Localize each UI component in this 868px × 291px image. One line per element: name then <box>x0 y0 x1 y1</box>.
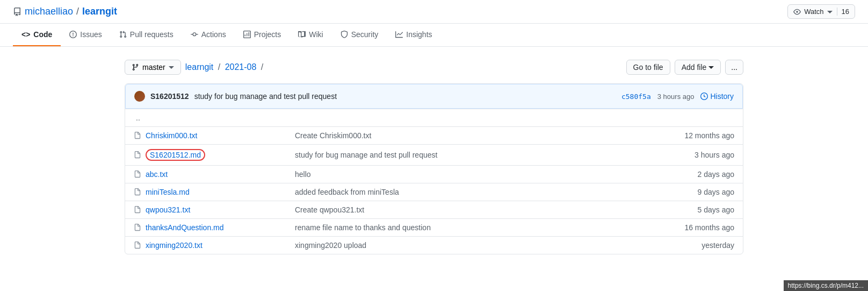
breadcrumb-folder[interactable]: 2021-08 <box>225 62 257 72</box>
avatar <box>134 91 145 102</box>
watch-count: 16 <box>837 8 849 16</box>
commit-message: study for bug manage and test pull reque… <box>194 92 337 101</box>
commit-sha[interactable]: c580f5a <box>621 93 651 101</box>
file-commit: study for bug manage and test pull reque… <box>295 151 648 159</box>
repo-icon <box>13 8 21 16</box>
file-link[interactable]: abc.txt <box>146 170 168 179</box>
table-row: miniTesla.md added feedback from miniTes… <box>125 183 743 201</box>
file-commit: rename file name to thanks and question <box>295 223 648 232</box>
file-commit: Create qwpou321.txt <box>295 205 648 214</box>
eye-icon <box>793 8 801 16</box>
code-icon: <> <box>21 30 30 39</box>
tab-issues[interactable]: Issues <box>61 24 110 46</box>
file-time: yesterday <box>648 241 734 250</box>
file-icon <box>134 224 141 231</box>
file-icon <box>134 206 141 214</box>
branch-icon <box>132 63 139 71</box>
add-file-button[interactable]: Add file <box>675 60 721 75</box>
file-commit: added feedback from miniTesla <box>295 188 648 196</box>
file-path-bar: master learngit / 2021-08 / Go to file A… <box>125 60 743 75</box>
parent-directory-row[interactable]: .. <box>125 109 743 126</box>
file-time: 9 days ago <box>648 188 734 196</box>
branch-name: master <box>142 63 165 72</box>
history-button[interactable]: History <box>700 92 734 101</box>
repo-org[interactable]: michaelliao <box>25 6 73 17</box>
tab-insights[interactable]: Insights <box>387 24 440 46</box>
tab-projects[interactable]: Projects <box>235 24 290 46</box>
parent-name: .. <box>134 113 295 122</box>
repo-name[interactable]: learngit <box>82 6 117 17</box>
branch-selector[interactable]: master <box>125 60 181 75</box>
history-label: History <box>710 92 734 101</box>
tab-wiki[interactable]: Wiki <box>290 24 331 46</box>
commit-bar-right: c580f5a 3 hours ago History <box>621 92 734 101</box>
watch-button[interactable]: Watch 16 <box>787 4 855 19</box>
file-time: 2 days ago <box>648 170 734 179</box>
tab-security[interactable]: Security <box>332 24 387 46</box>
file-icon <box>134 151 141 159</box>
file-link[interactable]: miniTesla.md <box>146 188 190 196</box>
repo-sep: / <box>76 6 79 17</box>
pr-icon <box>119 31 127 38</box>
table-row: qwpou321.txt Create qwpou321.txt 5 days … <box>125 201 743 218</box>
file-path-right: Go to file Add file ... <box>626 60 743 75</box>
nav-tabs: <> Code Issues Pull requests Actions Pro… <box>0 24 868 47</box>
commit-time: 3 hours ago <box>657 93 695 101</box>
breadcrumb-sep1: / <box>218 62 220 72</box>
clock-icon <box>700 93 708 100</box>
main-content: master learngit / 2021-08 / Go to file A… <box>112 47 756 267</box>
file-link-circled[interactable]: S16201512.md <box>146 149 205 161</box>
file-time: 12 months ago <box>648 131 734 140</box>
commit-bar-left: S16201512 study for bug manage and test … <box>134 91 337 102</box>
commit-author[interactable]: S16201512 <box>150 92 189 101</box>
file-time: 3 hours ago <box>648 151 734 159</box>
file-link[interactable]: qwpou321.txt <box>146 205 190 214</box>
top-bar: michaelliao / learngit Watch 16 <box>0 0 868 24</box>
tab-pull-requests[interactable]: Pull requests <box>111 24 182 46</box>
file-time: 16 months ago <box>648 223 734 232</box>
file-link[interactable]: thanksAndQuestion.md <box>146 223 224 232</box>
file-icon <box>134 171 141 178</box>
repo-title: michaelliao / learngit <box>13 6 117 17</box>
commit-bar: S16201512 study for bug manage and test … <box>125 84 743 109</box>
goto-file-button[interactable]: Go to file <box>626 60 670 75</box>
table-row: abc.txt hello 2 days ago <box>125 165 743 183</box>
breadcrumb-repo[interactable]: learngit <box>185 62 213 72</box>
file-commit: Create Chriskim000.txt <box>295 131 648 140</box>
tab-actions[interactable]: Actions <box>182 24 235 46</box>
tab-code[interactable]: <> Code <box>13 24 61 46</box>
file-icon <box>134 132 141 139</box>
file-icon <box>134 188 141 196</box>
table-row: xingming2020.txt xingming2020 upload yes… <box>125 236 743 254</box>
file-commit: xingming2020 upload <box>295 241 648 250</box>
file-path-left: master learngit / 2021-08 / <box>125 60 265 75</box>
more-options-button[interactable]: ... <box>725 60 743 75</box>
watch-label: Watch <box>804 8 823 16</box>
file-browser: S16201512 study for bug manage and test … <box>125 83 743 254</box>
projects-icon <box>243 31 251 38</box>
table-row: thanksAndQuestion.md rename file name to… <box>125 218 743 236</box>
breadcrumb-sep2: / <box>261 62 263 72</box>
security-icon <box>341 31 348 38</box>
chevron-branch-icon <box>169 65 174 70</box>
file-icon <box>134 242 141 249</box>
table-row: Chriskim000.txt Create Chriskim000.txt 1… <box>125 126 743 144</box>
wiki-icon <box>298 31 306 38</box>
insights-icon <box>395 31 403 38</box>
file-time: 5 days ago <box>648 205 734 214</box>
issues-icon <box>69 31 77 38</box>
breadcrumb: learngit / 2021-08 / <box>185 62 265 72</box>
file-link[interactable]: xingming2020.txt <box>146 241 202 250</box>
file-link[interactable]: Chriskim000.txt <box>146 131 197 140</box>
actions-icon <box>191 31 198 38</box>
chevron-down-icon <box>827 9 833 15</box>
chevron-addfile-icon <box>708 65 714 70</box>
table-row: S16201512.md study for bug manage and te… <box>125 144 743 165</box>
file-commit: hello <box>295 170 648 179</box>
